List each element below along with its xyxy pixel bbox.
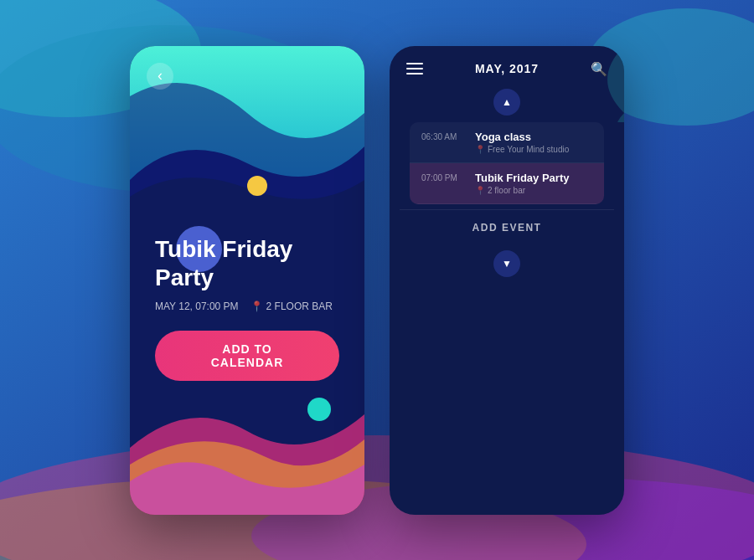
event-meta: MAY 12, 07:00 PM 📍 2 FLOOR BAR: [155, 301, 339, 312]
event-time-2: 07:00 PM: [421, 172, 465, 195]
hamburger-line-2: [406, 68, 423, 69]
hamburger-menu-icon[interactable]: [406, 63, 423, 74]
bottom-waves: [130, 381, 364, 515]
venue-pin-icon-1: 📍: [475, 145, 485, 154]
location-pin-icon: 📍: [250, 301, 263, 312]
event-venue-2: 📍 2 floor bar: [475, 186, 592, 195]
event-info: Tubik Friday Party MAY 12, 07:00 PM 📍 2 …: [155, 235, 339, 380]
phones-container: ‹ Tubik Friday Party MAY 12, 07:00 PM 📍 …: [130, 46, 624, 515]
chevron-up-area: ▲: [390, 85, 624, 122]
event-details-2: Tubik Friday Party 📍 2 floor bar: [475, 172, 592, 195]
event-location-text: 2 FLOOR BAR: [266, 301, 333, 312]
event-item-yoga: 06:30 AM Yoga class 📍 Free Your Mind stu…: [410, 122, 604, 163]
chevron-down-area: ▼: [400, 245, 614, 285]
chevron-down-button[interactable]: ▼: [493, 250, 520, 277]
calendar-month-year: MAY, 2017: [475, 62, 539, 75]
event-location: 📍 2 FLOOR BAR: [250, 301, 333, 312]
event-venue-1: 📍 Free Your Mind studio: [475, 145, 592, 154]
add-to-calendar-button[interactable]: ADD TO CALENDAR: [155, 331, 339, 381]
event-details-1: Yoga class 📍 Free Your Mind studio: [475, 131, 592, 154]
deco-circle-teal: [307, 398, 331, 421]
event-title: Tubik Friday Party: [155, 235, 339, 291]
event-date: MAY 12, 07:00 PM: [155, 301, 239, 312]
events-list: 06:30 AM Yoga class 📍 Free Your Mind stu…: [410, 122, 604, 204]
deco-circle-yellow: [247, 176, 267, 196]
search-icon[interactable]: 🔍: [591, 61, 607, 77]
event-name-2: Tubik Friday Party: [475, 172, 592, 184]
phone-right: MAY, 2017 🔍 ▲ MTWTFSS1234567891011121314…: [390, 46, 624, 515]
venue-pin-icon-2: 📍: [475, 186, 485, 195]
calendar-header: MAY, 2017 🔍: [390, 46, 624, 85]
back-button[interactable]: ‹: [147, 63, 173, 90]
hamburger-line-3: [406, 73, 423, 74]
chevron-up-button[interactable]: ▲: [493, 89, 520, 116]
event-item-party: 07:00 PM Tubik Friday Party 📍 2 floor ba…: [410, 163, 604, 204]
event-name-1: Yoga class: [475, 131, 592, 143]
hamburger-line-1: [406, 63, 423, 64]
phone-left: ‹ Tubik Friday Party MAY 12, 07:00 PM 📍 …: [130, 46, 364, 515]
add-event-button[interactable]: ADD EVENT: [400, 209, 614, 245]
event-time-1: 06:30 AM: [421, 131, 465, 154]
